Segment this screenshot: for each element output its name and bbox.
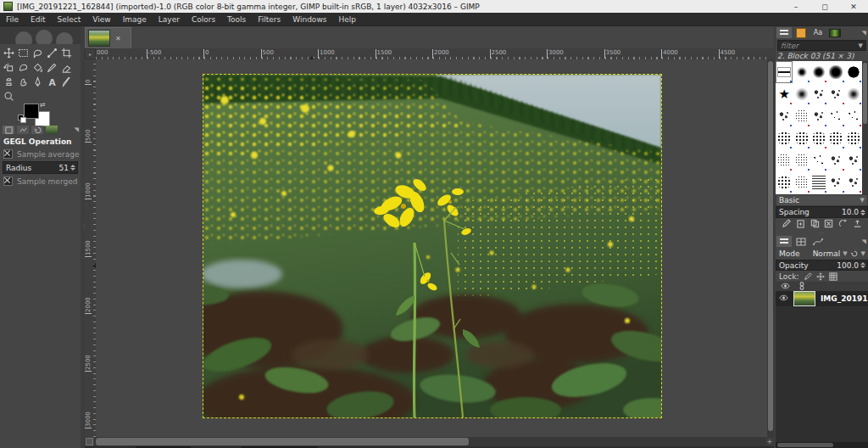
paintbrush-tool-button[interactable] <box>45 60 59 75</box>
bucket-fill-tool-button[interactable] <box>31 60 45 75</box>
minimize-button[interactable]: – <box>782 0 810 13</box>
move-tool-button[interactable] <box>2 46 16 60</box>
edit-brush-button[interactable] <box>782 219 791 230</box>
lock-alpha-icon[interactable] <box>829 272 837 281</box>
brush-grid[interactable]: ★ <box>776 61 862 194</box>
layer-thumbnail[interactable] <box>793 291 815 306</box>
rectangle-select-tool-button[interactable] <box>16 46 31 60</box>
mode-reset-icon[interactable] <box>850 249 859 258</box>
menu-image[interactable]: Image <box>117 15 153 24</box>
tab-menu-icon[interactable]: ◥ <box>862 30 866 36</box>
chevron-down-icon[interactable]: ▼ <box>861 250 865 257</box>
undo-history-tab[interactable] <box>31 126 43 134</box>
brush-solid[interactable] <box>845 61 862 83</box>
layers-horizontal-scrollbar[interactable] <box>776 442 868 448</box>
brush-category-dropdown[interactable]: Basic ▼ <box>776 194 868 206</box>
delete-brush-button[interactable] <box>824 219 833 230</box>
menu-file[interactable]: File <box>0 15 25 24</box>
menu-layer[interactable]: Layer <box>153 15 186 24</box>
duplicate-brush-button[interactable] <box>810 219 820 230</box>
brush-grain[interactable] <box>793 149 810 171</box>
menu-edit[interactable]: Edit <box>25 15 51 24</box>
mode-dropdown[interactable]: Normal ▼ ▼ <box>813 249 868 258</box>
brush-dotty[interactable] <box>776 171 793 193</box>
brush-star[interactable]: ★ <box>776 83 793 105</box>
brush-dotty[interactable] <box>845 127 862 149</box>
text-tool-button[interactable]: A <box>45 75 59 89</box>
sample-merged-checkbox[interactable] <box>3 176 13 186</box>
brush-sparks[interactable] <box>810 149 827 171</box>
brush-dotty[interactable] <box>776 127 793 149</box>
menu-colors[interactable]: Colors <box>186 15 221 24</box>
brushes-tab[interactable] <box>776 27 792 38</box>
brush-dotty[interactable] <box>810 127 827 149</box>
sample-merged-row[interactable]: Sample merged <box>0 176 81 187</box>
vertical-scrollbar-thumb[interactable] <box>768 61 773 431</box>
brush-sparks[interactable] <box>827 105 844 127</box>
transform-tool-button[interactable] <box>2 60 16 75</box>
brush-dot-l[interactable] <box>827 61 844 83</box>
zoom-tool-button[interactable] <box>2 89 16 104</box>
close-button[interactable]: ✕ <box>839 0 868 13</box>
device-status-tab[interactable] <box>17 126 29 134</box>
measure-tool-button[interactable] <box>45 46 59 60</box>
menu-help[interactable]: Help <box>332 15 362 24</box>
radius-spinner[interactable] <box>70 165 77 171</box>
tab-menu-icon[interactable]: ◥ <box>862 238 866 245</box>
brush-dotty[interactable] <box>793 127 810 149</box>
channels-tab[interactable] <box>793 236 809 247</box>
lock-position-icon[interactable] <box>816 272 825 281</box>
brush-scrollbar[interactable] <box>862 61 868 194</box>
tool-options-tab[interactable] <box>3 126 14 134</box>
brush-splat[interactable] <box>827 171 844 193</box>
warp-tool-button[interactable] <box>16 60 31 75</box>
menu-filters[interactable]: Filters <box>252 15 287 24</box>
canvas-image[interactable] <box>203 75 661 417</box>
lock-pixels-icon[interactable] <box>804 272 812 281</box>
horizontal-scrollbar-thumb[interactable] <box>96 438 469 445</box>
brush-filter-input[interactable]: filter ▼ <box>777 40 866 51</box>
image-tab[interactable]: ✕ <box>85 27 131 48</box>
free-select-tool-button[interactable] <box>31 46 45 60</box>
vertical-scrollbar[interactable] <box>767 59 774 437</box>
brush-splat[interactable] <box>827 83 844 105</box>
brush-splat[interactable] <box>810 83 827 105</box>
brush-grain[interactable] <box>793 105 810 127</box>
visibility-header-eye-icon[interactable] <box>781 283 790 291</box>
brush-splat[interactable] <box>845 149 862 171</box>
spacing-spinner[interactable] <box>860 210 867 216</box>
open-brush-as-image-button[interactable] <box>853 219 862 230</box>
horizontal-scrollbar[interactable] <box>94 437 765 446</box>
menu-windows[interactable]: Windows <box>287 15 332 24</box>
layer-row[interactable]: IMG_20191 <box>776 291 868 306</box>
layers-tab[interactable] <box>776 236 792 247</box>
default-colors-icon[interactable] <box>18 115 25 122</box>
brush-dotty[interactable] <box>827 127 844 149</box>
brush-grain[interactable] <box>776 149 793 171</box>
radius-slider[interactable]: Radius 51 <box>3 161 78 174</box>
opacity-slider[interactable]: Opacity 100.0 <box>776 260 868 271</box>
clone-tool-button[interactable] <box>2 75 16 89</box>
menu-tools[interactable]: Tools <box>221 15 252 24</box>
maximize-button[interactable]: ◻ <box>810 0 839 13</box>
eraser-tool-button[interactable] <box>59 60 74 75</box>
brush-splat[interactable] <box>845 171 862 193</box>
brush-fuzz[interactable] <box>845 83 862 105</box>
ink-tool-button[interactable] <box>31 75 45 89</box>
sample-average-row[interactable]: Sample average <box>0 148 81 160</box>
pen-tool-button[interactable] <box>59 75 74 89</box>
new-brush-button[interactable] <box>796 219 805 230</box>
smudge-tool-button[interactable] <box>16 75 31 89</box>
tab-menu-icon[interactable]: ◥ <box>75 126 79 133</box>
brush-splat[interactable] <box>776 105 793 127</box>
spacing-slider[interactable]: Spacing 10.0 <box>776 206 868 218</box>
brush-dot-s[interactable] <box>793 61 810 83</box>
canvas-viewport[interactable] <box>96 59 767 437</box>
horizontal-ruler[interactable]: -1000-5000500100015002000250030003500400… <box>96 48 767 59</box>
brush-grain[interactable] <box>793 171 810 193</box>
layers-scrollbar-thumb[interactable] <box>777 443 833 447</box>
refresh-brushes-button[interactable] <box>838 219 848 230</box>
crop-tool-button[interactable] <box>59 46 74 60</box>
image-tab-close-icon[interactable]: ✕ <box>115 35 121 42</box>
brush-splat[interactable] <box>810 105 827 127</box>
